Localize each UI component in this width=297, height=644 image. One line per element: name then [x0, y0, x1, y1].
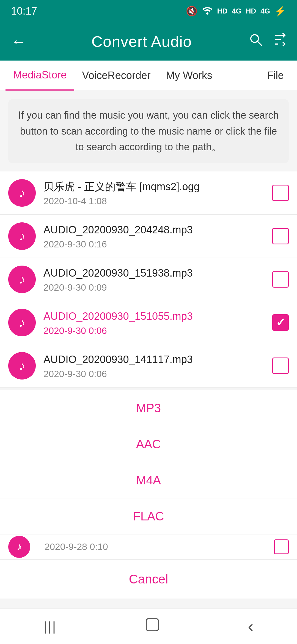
back-nav-button[interactable]: ‹	[248, 617, 253, 636]
song-item-selected[interactable]: ♪ AUDIO_20200930_151055.mp3 2020-9-30 0:…	[0, 301, 297, 344]
partial-song-icon: ♪	[8, 536, 30, 558]
song-icon-3: ♪	[8, 266, 36, 293]
song-checkbox-4[interactable]: ✓	[272, 314, 289, 331]
hd-badge-1: HD	[217, 7, 228, 15]
song-item[interactable]: ♪ AUDIO_20200930_141117.mp3 2020-9-30 0:…	[0, 344, 297, 388]
song-icon-4: ♪	[8, 309, 36, 336]
partial-song-info: 2020-9-28 0:10	[45, 541, 274, 552]
song-icon-2: ♪	[8, 222, 36, 250]
header: ← Convert Audio	[0, 22, 297, 61]
svg-line-2	[257, 41, 262, 46]
recent-apps-button[interactable]: |||	[44, 619, 57, 634]
status-icons: 🔇 HD 4G HD 4G ⚡	[186, 5, 286, 17]
song-item[interactable]: ♪ AUDIO_20200930_204248.mp3 2020-9-30 0:…	[0, 215, 297, 258]
song-checkbox-1[interactable]	[272, 185, 289, 201]
tab-mediastore[interactable]: MediaStore	[6, 61, 74, 91]
song-name: 贝乐虎 - 正义的警车 [mqms2].ogg	[43, 179, 272, 194]
hd-badge-2: HD	[246, 7, 256, 15]
song-info-2: AUDIO_20200930_204248.mp3 2020-9-30 0:16	[43, 223, 272, 250]
tab-myworks[interactable]: My Works	[158, 61, 220, 91]
song-checkbox-2[interactable]	[272, 228, 289, 244]
format-m4a[interactable]: M4A	[0, 462, 297, 498]
music-note-icon: ♪	[19, 358, 25, 373]
info-message: If you can find the music you want, you …	[8, 99, 289, 163]
svg-point-0	[206, 12, 208, 15]
page-title: Convert Audio	[35, 32, 249, 50]
partial-song-item: ♪ 2020-9-28 0:10	[0, 534, 297, 559]
format-options: MP3 AAC M4A FLAC	[0, 390, 297, 534]
cancel-button[interactable]: Cancel	[0, 559, 297, 599]
battery-icon: ⚡	[274, 6, 286, 17]
song-meta: 2020-9-30 0:06	[43, 325, 272, 336]
back-button[interactable]: ←	[11, 32, 26, 50]
format-mp3[interactable]: MP3	[0, 390, 297, 426]
music-note-icon: ♪	[19, 185, 25, 200]
checkmark-icon: ✓	[276, 316, 285, 329]
signal-4g-1: 4G	[232, 7, 241, 15]
tab-voicerecorder[interactable]: VoiceRecorder	[74, 61, 158, 91]
music-note-icon: ♪	[19, 315, 25, 330]
status-time: 10:17	[11, 5, 37, 17]
song-item[interactable]: ♪ AUDIO_20200930_151938.mp3 2020-9-30 0:…	[0, 258, 297, 301]
tab-file[interactable]: File	[259, 61, 292, 91]
song-meta: 2020-10-4 1:08	[43, 196, 272, 206]
song-checkbox-3[interactable]	[272, 271, 289, 288]
svg-point-1	[251, 35, 258, 42]
song-meta: 2020-9-30 0:06	[43, 369, 272, 379]
music-note-icon: ♪	[19, 228, 25, 244]
mute-icon: 🔇	[186, 6, 197, 17]
tabs-bar: MediaStore VoiceRecorder My Works File	[0, 61, 297, 91]
song-info-1: 贝乐虎 - 正义的警车 [mqms2].ogg 2020-10-4 1:08	[43, 179, 272, 206]
nav-bar: ||| ‹	[0, 608, 297, 644]
song-info-4: AUDIO_20200930_151055.mp3 2020-9-30 0:06	[43, 309, 272, 336]
song-meta: 2020-9-30 0:16	[43, 239, 272, 250]
svg-rect-6	[146, 619, 158, 631]
song-icon-5: ♪	[8, 352, 36, 380]
song-name: AUDIO_20200930_151938.mp3	[43, 266, 272, 280]
song-name: AUDIO_20200930_141117.mp3	[43, 352, 272, 367]
song-info-3: AUDIO_20200930_151938.mp3 2020-9-30 0:09	[43, 266, 272, 293]
signal-4g-2: 4G	[260, 7, 270, 15]
partial-song-checkbox[interactable]	[274, 539, 289, 554]
song-info-5: AUDIO_20200930_141117.mp3 2020-9-30 0:06	[43, 352, 272, 379]
header-actions	[249, 32, 286, 50]
song-item[interactable]: ♪ 贝乐虎 - 正义的警车 [mqms2].ogg 2020-10-4 1:08	[0, 171, 297, 215]
song-checkbox-5[interactable]	[272, 358, 289, 374]
song-name: AUDIO_20200930_204248.mp3	[43, 223, 272, 237]
music-note-icon: ♪	[17, 541, 22, 553]
search-button[interactable]	[249, 32, 263, 50]
song-icon-1: ♪	[8, 179, 36, 207]
format-flac[interactable]: FLAC	[0, 498, 297, 534]
partial-song-meta: 2020-9-28 0:10	[45, 541, 274, 552]
format-aac[interactable]: AAC	[0, 426, 297, 462]
status-bar: 10:17 🔇 HD 4G HD 4G ⚡	[0, 0, 297, 22]
home-button[interactable]	[144, 616, 161, 636]
song-meta: 2020-9-30 0:09	[43, 282, 272, 293]
song-name: AUDIO_20200930_151055.mp3	[43, 309, 272, 324]
song-list: ♪ 贝乐虎 - 正义的警车 [mqms2].ogg 2020-10-4 1:08…	[0, 171, 297, 388]
music-note-icon: ♪	[19, 272, 25, 287]
sort-button[interactable]	[273, 32, 286, 50]
wifi-icon	[202, 5, 213, 17]
